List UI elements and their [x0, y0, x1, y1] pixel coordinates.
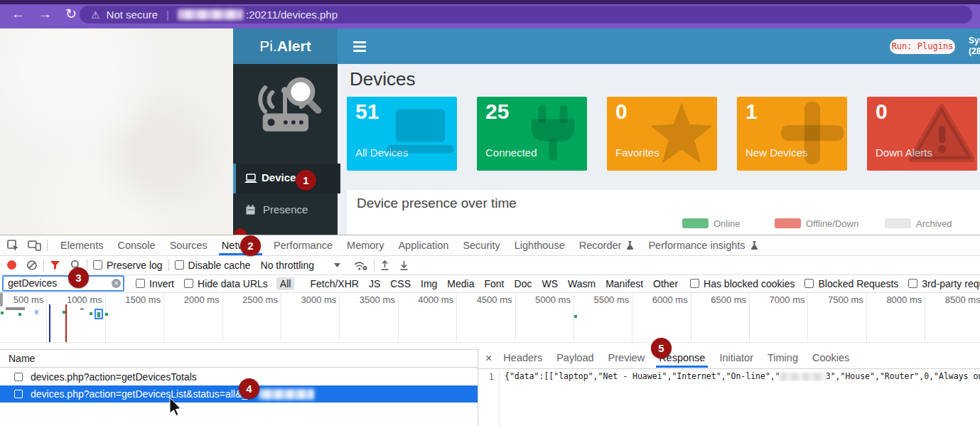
filter-type-ws[interactable]: WS [542, 278, 558, 289]
reload-icon[interactable]: ↻ [65, 0, 77, 28]
inspect-icon[interactable] [7, 240, 19, 252]
devtools-panel: Elements Console Sources Network Perform… [0, 235, 980, 426]
not-secure-label: Not secure [107, 9, 158, 21]
address-bar[interactable]: ⚠ Not secure | :20211/devices.php [80, 6, 972, 23]
filter-type-font[interactable]: Font [485, 278, 505, 289]
legend-label-archived[interactable]: Archived [916, 218, 952, 229]
annotation-badge-3: 3 [68, 267, 89, 288]
tab-application[interactable]: Application [392, 236, 454, 255]
warning-triangle-icon [909, 101, 974, 164]
plug-icon [522, 101, 584, 166]
legend-swatch-online[interactable] [682, 218, 709, 228]
blocked-requests-checkbox[interactable] [804, 279, 814, 288]
filter-type-img[interactable]: Img [421, 278, 437, 289]
filter-type-fetch-xhr[interactable]: Fetch/XHR [310, 278, 358, 289]
record-button[interactable] [7, 260, 16, 270]
app-logo[interactable]: Pi.Alert [233, 28, 338, 64]
invert-checkbox[interactable] [136, 279, 145, 288]
filter-type-other[interactable]: Other [653, 278, 678, 289]
tab-memory[interactable]: Memory [341, 236, 389, 255]
request-checkbox[interactable] [14, 373, 23, 381]
clear-filter-icon[interactable]: ✕ [112, 279, 121, 288]
requests-name-header[interactable]: Name [0, 349, 478, 368]
sidebar: Devices Presence [233, 64, 338, 235]
has-blocked-cookies-checkbox[interactable] [690, 279, 699, 288]
sidebar-item-devices[interactable]: Devices [233, 164, 340, 193]
network-overview-timeline[interactable]: 500 ms 1000 ms 1500 ms 2000 ms 2500 ms 3… [0, 292, 980, 343]
stat-card-favorites[interactable]: 0 Favorites [607, 97, 717, 171]
tab-cookies[interactable]: Cookies [807, 348, 855, 368]
chevron-down-icon[interactable] [334, 263, 340, 267]
stat-card-connected[interactable]: 25 Connected [477, 97, 587, 171]
network-toolbar: Preserve log Disable cache No throttling [0, 255, 980, 275]
forward-icon[interactable]: → [38, 0, 52, 28]
legend-label-online[interactable]: Online [714, 218, 741, 229]
disable-cache-checkbox[interactable] [175, 260, 184, 270]
sidebar-item-presence[interactable]: Presence [233, 196, 338, 225]
tab-initiator[interactable]: Initiator [714, 348, 759, 368]
request-row-getdevicestotals[interactable]: devices.php?action=getDevicesTotals [0, 368, 478, 386]
third-party-requests-checkbox[interactable] [908, 279, 917, 288]
corner-status-text: Sym(28, [969, 36, 980, 57]
third-party-requests-label: 3rd-party requests [922, 278, 980, 289]
stat-card-new-devices[interactable]: 1 New Devices [737, 97, 847, 171]
tab-preview[interactable]: Preview [603, 348, 651, 368]
selected-request-marker [95, 309, 103, 319]
waterfall-dot [574, 315, 577, 318]
overview-scroll-thumb[interactable] [0, 292, 3, 307]
tab-console[interactable]: Console [112, 236, 161, 255]
stat-card-down-alerts[interactable]: 0 Down Alerts [867, 97, 977, 171]
stat-value: 25 [485, 100, 509, 124]
run-plugins-button[interactable]: Run: Plugins [890, 39, 955, 54]
load-event-marker [65, 304, 67, 342]
stat-value: 0 [615, 100, 628, 124]
tab-performance-insights[interactable]: Performance insights [642, 236, 763, 255]
sidebar-item-label: Presence [263, 203, 308, 215]
preserve-log-checkbox[interactable] [93, 260, 102, 270]
tab-elements[interactable]: Elements [55, 236, 109, 255]
import-har-icon[interactable] [380, 260, 389, 271]
filter-type-doc[interactable]: Doc [515, 278, 532, 289]
tab-headers[interactable]: Headers [497, 348, 548, 368]
tab-lighthouse[interactable]: Lighthouse [509, 236, 571, 255]
annotation-badge-4: 4 [239, 378, 259, 399]
tab-performance[interactable]: Performance [268, 236, 338, 255]
throttling-select[interactable]: No throttling [261, 260, 314, 271]
waterfall-dot [90, 312, 92, 315]
tab-timing[interactable]: Timing [762, 348, 804, 368]
filter-type-manifest[interactable]: Manifest [605, 278, 643, 289]
filter-type-media[interactable]: Media [447, 278, 474, 289]
stat-value: 51 [355, 100, 379, 124]
filter-type-css[interactable]: CSS [390, 278, 411, 289]
filter-input[interactable]: getDevices ✕ [2, 275, 124, 292]
stat-value: 0 [876, 100, 888, 124]
stat-card-all-devices[interactable]: 51 All Devices [347, 97, 457, 171]
filter-type-wasm[interactable]: Wasm [568, 278, 596, 289]
tab-sources[interactable]: Sources [164, 236, 213, 255]
clear-icon[interactable] [26, 260, 38, 271]
screenshot-root: ← → ↻ ⚠ Not secure | :20211/devices.php … [0, 0, 980, 426]
tab-security[interactable]: Security [457, 236, 505, 255]
domcontentloaded-marker [49, 304, 50, 342]
device-toolbar-icon[interactable] [28, 240, 41, 251]
export-har-icon[interactable] [399, 260, 409, 271]
filter-type-all[interactable]: All [276, 277, 295, 290]
filter-icon[interactable] [50, 260, 60, 270]
tab-recorder[interactable]: Recorder [574, 236, 640, 255]
annotation-badge-1: 1 [296, 170, 316, 191]
url-text: :20211/devices.php [246, 9, 338, 21]
legend-swatch-offline[interactable] [775, 218, 801, 228]
filter-type-js[interactable]: JS [369, 278, 380, 289]
tab-payload[interactable]: Payload [551, 348, 599, 368]
close-icon[interactable]: × [485, 352, 492, 365]
legend-label-offline[interactable]: Offline/Down [806, 218, 858, 229]
back-icon[interactable]: ← [11, 0, 25, 28]
invert-label: Invert [149, 278, 174, 289]
network-conditions-icon[interactable] [353, 260, 368, 271]
timeline-ticks: 500 ms 1000 ms 1500 ms 2000 ms 2500 ms 3… [0, 292, 980, 342]
request-checkbox[interactable] [14, 390, 23, 398]
not-secure-warning-icon[interactable]: ⚠ [91, 9, 100, 21]
stat-value: 1 [745, 100, 758, 124]
hide-data-urls-checkbox[interactable] [184, 279, 193, 288]
legend-swatch-archived[interactable] [885, 218, 911, 228]
